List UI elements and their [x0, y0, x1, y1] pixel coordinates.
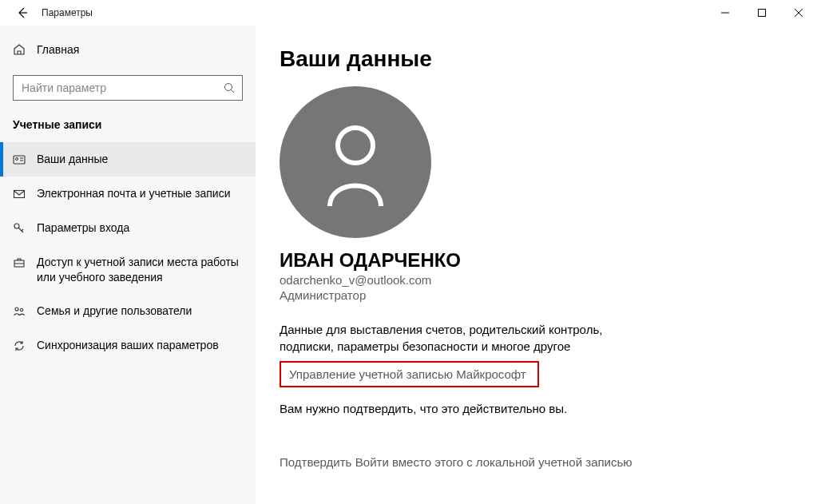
- key-icon: [13, 222, 26, 235]
- titlebar: Параметры: [0, 0, 817, 26]
- page-title: Ваши данные: [280, 46, 793, 72]
- content-area: Главная Учетные записи Ваши данные Элект…: [0, 26, 817, 504]
- local-account-link[interactable]: Войти вместо этого с локальной учетной з…: [355, 455, 633, 469]
- back-button[interactable]: [6, 1, 38, 25]
- sidebar-item-work-access[interactable]: Доступ к учетной записи места работы или…: [0, 245, 256, 295]
- verify-prompt: Вам нужно подтвердить, что это действите…: [280, 402, 793, 415]
- people-icon: [13, 305, 26, 318]
- search-box: [13, 75, 243, 101]
- sidebar-item-family[interactable]: Семья и другие пользователи: [0, 294, 256, 328]
- window-controls: [707, 1, 817, 25]
- sidebar-item-label: Параметры входа: [37, 220, 129, 236]
- avatar: [280, 86, 431, 238]
- sidebar-item-sync[interactable]: Синхронизация ваших параметров: [0, 328, 256, 363]
- svg-point-3: [16, 158, 18, 161]
- svg-rect-0: [759, 10, 766, 17]
- svg-point-7: [15, 308, 18, 311]
- main-panel: Ваши данные ИВАН ОДАРЧЕНКО odarchenko_v@…: [256, 26, 817, 504]
- mail-icon: [13, 188, 26, 200]
- sidebar-home-label: Главная: [37, 43, 79, 56]
- account-description: Данные для выставления счетов, родительс…: [280, 321, 647, 355]
- user-email: odarchenko_v@outlook.com: [280, 273, 793, 287]
- maximize-button[interactable]: [744, 1, 780, 25]
- svg-rect-2: [14, 156, 25, 164]
- minimize-icon: [721, 9, 729, 17]
- id-card-icon: [13, 153, 26, 166]
- sync-icon: [13, 339, 26, 352]
- sidebar-item-your-info[interactable]: Ваши данные: [0, 142, 256, 177]
- person-icon: [315, 118, 395, 206]
- svg-point-8: [20, 309, 22, 312]
- verify-link[interactable]: Подтвердить: [280, 455, 351, 469]
- search-input[interactable]: [13, 75, 243, 101]
- sidebar-item-email[interactable]: Электронная почта и учетные записи: [0, 177, 256, 211]
- sidebar-home[interactable]: Главная: [0, 34, 256, 65]
- sidebar-item-label: Синхронизация ваших параметров: [37, 338, 219, 353]
- close-icon: [795, 9, 803, 17]
- sidebar-item-label: Доступ к учетной записи места работы или…: [37, 255, 243, 285]
- window-title: Параметры: [42, 7, 93, 18]
- svg-point-9: [338, 128, 373, 163]
- user-name: ИВАН ОДАРЧЕНКО: [280, 249, 793, 272]
- briefcase-icon: [13, 256, 26, 269]
- maximize-icon: [758, 9, 766, 17]
- sidebar: Главная Учетные записи Ваши данные Элект…: [0, 26, 256, 504]
- close-button[interactable]: [780, 1, 817, 25]
- sidebar-item-label: Ваши данные: [37, 152, 108, 167]
- home-icon: [13, 43, 26, 56]
- sidebar-section-title: Учетные записи: [0, 113, 256, 142]
- sidebar-item-signin-options[interactable]: Параметры входа: [0, 211, 256, 245]
- user-role: Администратор: [280, 288, 793, 302]
- sidebar-item-label: Семья и другие пользователи: [37, 304, 192, 319]
- manage-microsoft-account-link[interactable]: Управление учетной записью Майкрософт: [280, 361, 539, 387]
- arrow-left-icon: [16, 6, 29, 19]
- sidebar-item-label: Электронная почта и учетные записи: [37, 186, 230, 201]
- minimize-button[interactable]: [707, 1, 744, 25]
